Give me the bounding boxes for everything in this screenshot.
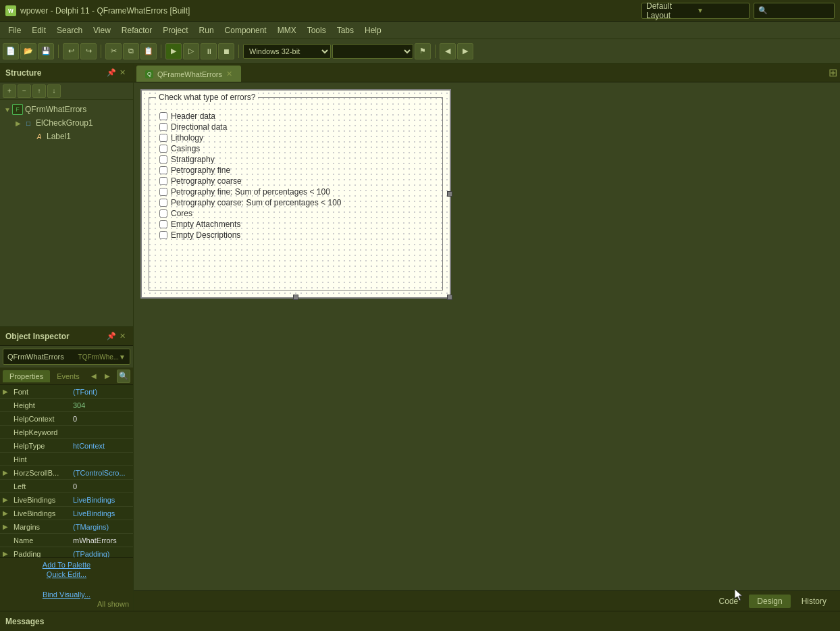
check-group[interactable]: Check what type of errors? Header data D…	[149, 97, 443, 291]
tab-icon-qframe: Q	[145, 70, 153, 78]
check-item-cores: Cores	[159, 209, 432, 218]
config-selector[interactable]	[332, 44, 413, 59]
toolbar-redo-btn[interactable]: ↪	[80, 43, 97, 59]
toolbar-run-btn[interactable]: ▷	[183, 43, 199, 59]
oi-pin-btn[interactable]: 📌	[106, 331, 117, 342]
menu-tools[interactable]: Tools	[302, 24, 332, 37]
menu-refactor[interactable]: Refactor	[116, 24, 157, 37]
prop-expand-helpkeyword	[0, 428, 11, 436]
oi-close-btn[interactable]: ✕	[117, 331, 128, 342]
check-item-stratigraphy: Stratigraphy	[159, 155, 432, 164]
check-group-title: Check what type of errors?	[156, 93, 258, 102]
design-canvas[interactable]: Check what type of errors? Header data D…	[134, 82, 840, 590]
layout-selector[interactable]: Default Layout ▼	[641, 3, 750, 19]
resize-handle-right-mid[interactable]	[447, 191, 452, 197]
quick-edit-btn[interactable]: Quick Edit...	[47, 570, 86, 578]
toolbar-stop-btn[interactable]: ⏹	[218, 43, 234, 59]
toolbar-build-btn[interactable]: ▶	[165, 43, 182, 59]
bind-visually-btn[interactable]: Bind Visually...	[43, 590, 90, 599]
toolbar-save-btn[interactable]: 💾	[38, 43, 54, 59]
menu-search[interactable]: Search	[51, 24, 88, 37]
checkbox-petro-coarse[interactable]	[159, 177, 167, 185]
tab-close-qframe[interactable]: ✕	[226, 70, 232, 78]
checkbox-petro-coarse-sum[interactable]	[159, 199, 167, 207]
resize-handle-bottom-mid[interactable]	[293, 295, 298, 300]
editor-tab-qframe[interactable]: Q QFrameWhatErrors ✕	[136, 66, 241, 82]
prop-expand-hint	[0, 455, 11, 463]
oi-tab-events[interactable]: Events	[50, 370, 86, 382]
platform-selector[interactable]: Windows 32-bit	[243, 44, 331, 59]
toolbar-sep2	[101, 45, 101, 58]
bottom-tab-design[interactable]: Design	[749, 595, 790, 608]
tree-item-label1[interactable]: A Label1	[3, 130, 130, 143]
prop-name-margins: Margins	[11, 523, 70, 531]
bottom-tab-history[interactable]: History	[793, 595, 835, 608]
structure-add-btn[interactable]: +	[3, 84, 16, 98]
oi-selector-name: QFrmWhatErrors	[7, 353, 76, 361]
structure-up-btn[interactable]: ↑	[32, 84, 46, 98]
menu-run[interactable]: Run	[194, 24, 219, 37]
resize-handle-corner[interactable]	[447, 295, 452, 300]
checkbox-empty-attachments[interactable]	[159, 220, 167, 228]
layout-dropdown-arrow: ▼	[697, 7, 745, 14]
prop-expand-horzscrollb[interactable]: ▶	[0, 469, 11, 476]
tab-bar-expand[interactable]: ⊞	[829, 66, 837, 82]
oi-search-btn[interactable]: 🔍	[117, 370, 130, 383]
toolbar-back-btn[interactable]: ◀	[440, 43, 456, 59]
checkbox-lithology[interactable]	[159, 134, 167, 142]
prop-expand-helpcontext	[0, 415, 11, 422]
checkbox-empty-descriptions[interactable]	[159, 231, 167, 239]
prop-expand-livebindings2[interactable]: ▶	[0, 509, 11, 517]
toolbar-paste-btn[interactable]: 📋	[140, 43, 157, 59]
toolbar-fwd-btn[interactable]: ▶	[457, 43, 473, 59]
menu-view[interactable]: View	[88, 24, 116, 37]
checkbox-header-data[interactable]	[159, 112, 167, 120]
structure-delete-btn[interactable]: −	[18, 84, 31, 98]
checkbox-stratigraphy[interactable]	[159, 155, 167, 163]
menu-help[interactable]: Help	[359, 24, 387, 37]
oi-tab-properties[interactable]: Properties	[3, 370, 50, 382]
menu-edit[interactable]: Edit	[26, 24, 51, 37]
oi-nav-prev[interactable]: ◀	[88, 370, 100, 382]
main-layout: Structure 📌 ✕ + − ↑ ↓ ▼ F QFrmWhatErrors…	[0, 64, 840, 611]
toolbar-copy-btn[interactable]: ⧉	[123, 43, 139, 59]
prop-expand-livebindings1[interactable]: ▶	[0, 496, 11, 503]
prop-name-name: Name	[11, 536, 70, 545]
toolbar-open-btn[interactable]: 📂	[20, 43, 36, 59]
menu-component[interactable]: Component	[219, 24, 272, 37]
form-window[interactable]: Check what type of errors? Header data D…	[140, 89, 451, 299]
structure-close-btn[interactable]: ✕	[117, 68, 128, 78]
prop-expand-margins[interactable]: ▶	[0, 523, 11, 530]
menu-tabs[interactable]: Tabs	[332, 24, 359, 37]
prop-value-livebindings1: LiveBindings	[70, 496, 133, 504]
toolbar-debug-btn[interactable]: ⏸	[201, 43, 217, 59]
tree-item-elcheckgroup1[interactable]: ▶ □ ElCheckGroup1	[3, 116, 130, 130]
structure-pin-btn[interactable]: 📌	[106, 68, 117, 78]
toolbar-new-btn[interactable]: 📄	[3, 43, 19, 59]
bottom-tab-code[interactable]: Code	[711, 595, 747, 608]
oi-header: Object Inspector 📌 ✕	[0, 327, 133, 346]
checkbox-casings[interactable]	[159, 145, 167, 153]
window-title: wpower - Delphi 11 - QFrameWhatErrors [B…	[20, 6, 641, 16]
checkbox-directional-data[interactable]	[159, 123, 167, 131]
oi-nav-next[interactable]: ▶	[101, 370, 113, 382]
prop-expand-font[interactable]: ▶	[0, 388, 11, 395]
structure-down-btn[interactable]: ↓	[47, 84, 61, 98]
oi-selector[interactable]: QFrmWhatErrors TQFrmWhe... ▼	[3, 349, 130, 365]
checkbox-petro-fine[interactable]	[159, 166, 167, 174]
title-search-box[interactable]: 🔍	[754, 3, 835, 19]
menu-file[interactable]: File	[3, 24, 26, 37]
tree-item-qfrmwhaterrors[interactable]: ▼ F QFrmWhatErrors	[3, 103, 130, 116]
prop-expand-padding[interactable]: ▶	[0, 550, 11, 557]
center-area: Q QFrameWhatErrors ✕ ⊞ Check what type o…	[134, 64, 840, 611]
menu-mmx[interactable]: MMX	[272, 24, 302, 37]
toolbar-cut-btn[interactable]: ✂	[105, 43, 122, 59]
menu-project[interactable]: Project	[157, 24, 193, 37]
checkbox-cores[interactable]	[159, 209, 167, 218]
toolbar-flags-btn[interactable]: ⚑	[415, 43, 431, 59]
toolbar-undo-btn[interactable]: ↩	[63, 43, 79, 59]
structure-header: Structure 📌 ✕	[0, 64, 133, 82]
add-to-palette-btn[interactable]: Add To Palette	[43, 561, 90, 569]
structure-title: Structure	[5, 68, 106, 78]
checkbox-petro-fine-sum[interactable]	[159, 188, 167, 196]
